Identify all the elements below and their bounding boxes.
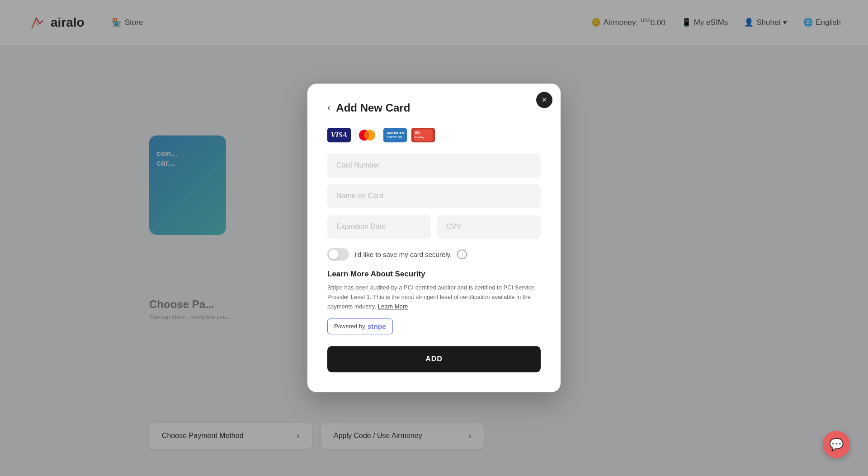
- visa-logo: VISA: [327, 128, 351, 142]
- modal-header: ‹ Add New Card: [327, 102, 541, 114]
- security-title: Learn More About Security: [327, 270, 541, 279]
- back-button[interactable]: ‹: [327, 103, 330, 113]
- svg-text:AMERICAN: AMERICAN: [387, 131, 404, 135]
- close-button[interactable]: ×: [536, 92, 552, 108]
- learn-more-link[interactable]: Learn More: [378, 303, 408, 310]
- unionpay-logo: 银联 UnionPay: [411, 128, 435, 142]
- back-icon: ‹: [327, 102, 330, 113]
- card-number-input[interactable]: [327, 153, 541, 177]
- card-number-group: [327, 153, 541, 177]
- mastercard-logo: [355, 128, 379, 142]
- card-logos: VISA AMERICAN EXPRESS 银联 UnionPay: [327, 128, 541, 142]
- powered-by-label: Powered by: [334, 323, 365, 330]
- svg-text:EXPRESS: EXPRESS: [387, 135, 402, 139]
- expiry-input[interactable]: [327, 215, 431, 239]
- toggle-label: I'd like to save my card securely.: [354, 251, 452, 258]
- name-on-card-input[interactable]: [327, 184, 541, 208]
- add-card-button[interactable]: ADD: [327, 346, 541, 373]
- stripe-label: stripe: [368, 323, 386, 331]
- amex-logo: AMERICAN EXPRESS: [383, 128, 407, 142]
- security-text: Stripe has been audited by a PCI-certifi…: [327, 283, 541, 311]
- svg-rect-2: [385, 128, 406, 142]
- stripe-badge: Powered by stripe: [327, 319, 393, 335]
- close-icon: ×: [542, 95, 547, 105]
- svg-text:银联: 银联: [414, 131, 420, 134]
- save-card-toggle-row: I'd like to save my card securely. i: [327, 248, 541, 261]
- add-card-modal: × ‹ Add New Card VISA AMERICAN EXPRESS: [307, 84, 561, 392]
- name-on-card-group: [327, 184, 541, 208]
- chat-button[interactable]: 💬: [823, 431, 850, 458]
- chat-icon: 💬: [829, 438, 844, 452]
- modal-title: Add New Card: [336, 102, 410, 114]
- cvv-input[interactable]: [437, 215, 541, 239]
- svg-text:UnionPay: UnionPay: [415, 136, 424, 139]
- expiry-cvv-row: [327, 215, 541, 239]
- toggle-knob: [329, 249, 339, 259]
- svg-rect-6: [414, 129, 433, 141]
- save-card-toggle[interactable]: [327, 248, 349, 261]
- info-icon[interactable]: i: [457, 249, 467, 259]
